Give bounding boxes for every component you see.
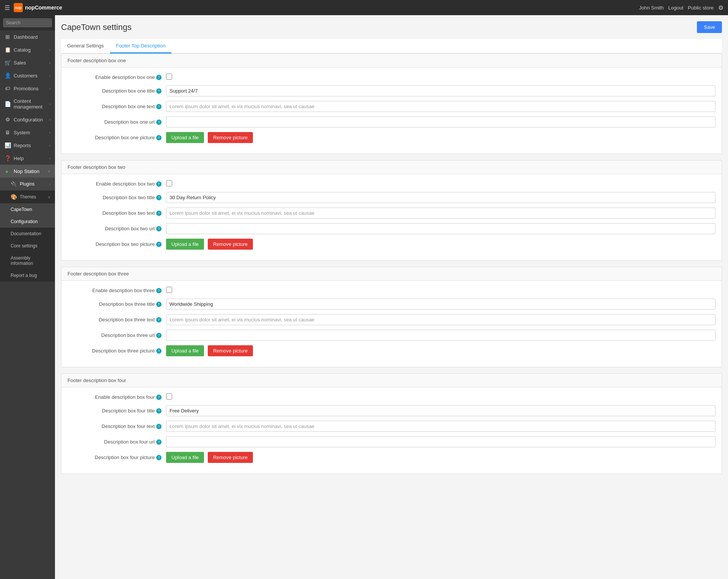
input-text-two[interactable]	[166, 208, 715, 219]
sidebar-item-sales[interactable]: 🛒 Sales ›	[0, 56, 55, 69]
label-enable-one: Enable description box one ?	[67, 74, 166, 80]
sidebar-item-assembly-information[interactable]: Assembly information	[0, 252, 55, 269]
remove-picture-button-four[interactable]: Remove picture	[208, 452, 253, 463]
help-icon-picture-three[interactable]: ?	[156, 348, 162, 354]
help-icon-url-four[interactable]: ?	[156, 439, 162, 445]
section-box-one: Footer description box one Enable descri…	[61, 53, 722, 154]
label-enable-four: Enable description box four ?	[67, 394, 166, 400]
sidebar-item-documentation[interactable]: Documentation	[0, 228, 55, 240]
form-row-url-two: Description box two url ?	[67, 223, 715, 234]
form-row-title-two: Description box two title ?	[67, 192, 715, 203]
input-title-one[interactable]	[166, 85, 715, 96]
help-icon-picture-one[interactable]: ?	[156, 135, 162, 140]
sidebar-item-configuration-sub[interactable]: Configuration	[0, 216, 55, 228]
label-text-one: Description box one text ?	[67, 104, 166, 109]
chevron-right-icon: ›	[49, 143, 50, 148]
sidebar-item-themes[interactable]: 🎨 Themes ∨	[0, 190, 55, 203]
label-picture-four: Description box four picture ?	[67, 455, 166, 460]
help-icon-enable-four[interactable]: ?	[156, 395, 162, 400]
sidebar-label-configuration-sub: Configuration	[11, 219, 38, 224]
system-icon: 🖥	[5, 129, 11, 135]
sidebar-item-reports[interactable]: 📊 Reports ›	[0, 139, 55, 152]
sidebar-item-help[interactable]: ❓ Help ›	[0, 152, 55, 165]
remove-picture-button-three[interactable]: Remove picture	[208, 345, 253, 356]
help-icon-url-one[interactable]: ?	[156, 120, 162, 125]
sidebar-label-plugins: Plugins	[20, 181, 35, 187]
sidebar-item-report-a-bug[interactable]: Report a bug	[0, 269, 55, 282]
sidebar-item-promotions[interactable]: 🏷 Promotions ›	[0, 82, 55, 95]
logout-link[interactable]: Logout	[668, 5, 683, 11]
section-body-box-one: Enable description box one ? Description…	[61, 68, 722, 154]
tab-general-settings[interactable]: General Settings	[61, 39, 110, 53]
sidebar-item-dashboard[interactable]: ⊞ Dashboard	[0, 30, 55, 43]
sidebar-item-system[interactable]: 🖥 System ›	[0, 126, 55, 139]
label-url-three: Description box three url ?	[67, 332, 166, 338]
input-title-two[interactable]	[166, 192, 715, 203]
sidebar-item-plugins[interactable]: 🔌 Plugins ›	[0, 178, 55, 190]
input-text-one[interactable]	[166, 101, 715, 112]
input-text-three[interactable]	[166, 314, 715, 325]
search-input[interactable]	[3, 18, 52, 27]
input-url-two[interactable]	[166, 223, 715, 234]
input-text-four[interactable]	[166, 421, 715, 432]
help-icon-picture-two[interactable]: ?	[156, 242, 162, 247]
checkbox-enable-two[interactable]	[166, 180, 172, 186]
hamburger-icon[interactable]: ☰	[5, 4, 10, 11]
section-box-four: Footer description box four Enable descr…	[61, 373, 722, 474]
settings-icon[interactable]: ⚙	[718, 4, 723, 11]
field-title-four	[166, 405, 715, 416]
remove-picture-button-one[interactable]: Remove picture	[208, 132, 253, 143]
help-icon: ❓	[5, 155, 11, 161]
sidebar-item-catalog[interactable]: 📋 Catalog ›	[0, 43, 55, 56]
help-icon-title-two[interactable]: ?	[156, 195, 162, 200]
help-icon-url-three[interactable]: ?	[156, 333, 162, 338]
upload-button-three[interactable]: Upload a file	[166, 345, 204, 356]
help-icon-text-four[interactable]: ?	[156, 424, 162, 429]
input-url-three[interactable]	[166, 330, 715, 341]
form-row-picture-four: Description box four picture ? Upload a …	[67, 452, 715, 463]
help-icon-title-three[interactable]: ?	[156, 302, 162, 307]
logo-icon: nop	[14, 3, 23, 12]
save-button[interactable]: Save	[697, 21, 722, 33]
help-icon-enable-three[interactable]: ?	[156, 288, 162, 293]
themes-icon: 🎨	[11, 194, 17, 200]
chevron-right-icon: ›	[49, 102, 50, 106]
upload-button-four[interactable]: Upload a file	[166, 452, 204, 463]
help-icon-text-three[interactable]: ?	[156, 317, 162, 323]
sidebar-item-customers[interactable]: 👤 Customers ›	[0, 69, 55, 82]
sidebar-label-capetown: CapeTown	[11, 207, 32, 212]
sidebar-item-nop-station[interactable]: Nop Station ∨	[0, 165, 55, 178]
field-picture-two: Upload a file Remove picture	[166, 239, 715, 250]
sidebar-label-core-settings: Core settings	[11, 243, 38, 249]
sidebar-item-capetown[interactable]: CapeTown	[0, 203, 55, 216]
form-row-enable-three: Enable description box three ?	[67, 287, 715, 294]
help-icon-picture-four[interactable]: ?	[156, 455, 162, 460]
upload-button-one[interactable]: Upload a file	[166, 132, 204, 143]
checkbox-enable-three[interactable]	[166, 287, 172, 293]
help-icon-title-one[interactable]: ?	[156, 88, 162, 94]
help-icon-text-two[interactable]: ?	[156, 211, 162, 216]
upload-button-two[interactable]: Upload a file	[166, 239, 204, 250]
tab-footer-top-description[interactable]: Footer Top Description	[110, 39, 172, 53]
sidebar-item-core-settings[interactable]: Core settings	[0, 240, 55, 252]
sidebar-item-configuration[interactable]: ⚙ Configuration ›	[0, 113, 55, 126]
chevron-right-icon: ›	[49, 74, 50, 78]
help-icon-url-two[interactable]: ?	[156, 226, 162, 231]
help-icon-title-four[interactable]: ?	[156, 408, 162, 414]
help-icon-enable-two[interactable]: ?	[156, 181, 162, 187]
checkbox-enable-one[interactable]	[166, 74, 172, 80]
topbar-left: ☰ nop nopCommerce	[5, 3, 62, 12]
public-store-link[interactable]: Public store	[688, 5, 714, 11]
input-title-four[interactable]	[166, 405, 715, 416]
field-text-four	[166, 421, 715, 432]
input-url-four[interactable]	[166, 436, 715, 447]
help-icon-text-one[interactable]: ?	[156, 104, 162, 109]
customers-icon: 👤	[5, 72, 11, 79]
sidebar-item-content-management[interactable]: 📄 Content management ›	[0, 95, 55, 113]
checkbox-enable-four[interactable]	[166, 393, 172, 400]
input-url-one[interactable]	[166, 116, 715, 127]
input-title-three[interactable]	[166, 299, 715, 310]
chevron-down-icon: ∨	[48, 195, 50, 199]
help-icon-enable-one[interactable]: ?	[156, 75, 162, 80]
remove-picture-button-two[interactable]: Remove picture	[208, 239, 253, 250]
